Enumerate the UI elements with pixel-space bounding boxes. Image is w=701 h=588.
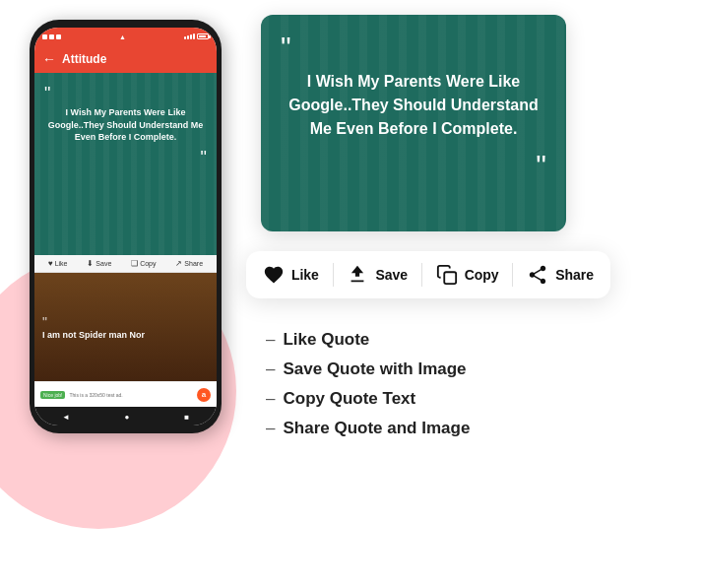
phone-copy-label: Copy — [140, 260, 156, 267]
ad-icon: a — [197, 388, 211, 402]
ad-label: Nice job! — [40, 391, 65, 399]
signal-icon — [184, 33, 195, 39]
svg-rect-0 — [444, 272, 456, 284]
phone-second-quote: " I am not Spider man Nor — [42, 314, 145, 340]
large-close-quote-icon: " — [261, 149, 566, 192]
feature-label-1: Like Quote — [283, 330, 369, 350]
phone-quote-card: " I Wish My Parents Were Like Google..Th… — [34, 73, 217, 255]
settings-dot — [42, 34, 47, 39]
save-icon — [347, 264, 368, 286]
phone-save-button[interactable]: ⬇ Save — [87, 259, 111, 268]
phone-share-icon: ↗ — [175, 259, 182, 268]
nav-back-button[interactable]: ◄ — [62, 413, 70, 422]
app-title: Attitude — [62, 52, 106, 66]
dash-2: – — [266, 359, 275, 379]
copy-icon — [436, 264, 458, 286]
divider-1 — [333, 263, 334, 287]
phone-quote-text: I Wish My Parents Were Like Google..They… — [44, 106, 207, 144]
nav-home-button[interactable]: ● — [125, 413, 130, 422]
share-button[interactable]: Share — [527, 264, 594, 286]
feature-label-4: Share Quote and Image — [283, 419, 470, 438]
phone-second-card: " I am not Spider man Nor — [34, 273, 217, 381]
phone-second-text: I am not Spider man Nor — [42, 330, 145, 340]
phone-like-label: Like — [55, 260, 68, 267]
dash-1: – — [266, 330, 275, 350]
battery-icon — [197, 33, 209, 39]
battery-fill — [199, 35, 206, 37]
phone-screen: ▲ ← Attitude " I Wish My Parents Were Li… — [34, 28, 217, 425]
save-label: Save — [375, 267, 408, 283]
app-toolbar: ← Attitude — [34, 45, 217, 73]
phone-copy-icon: ❑ — [131, 259, 138, 268]
phone-save-label: Save — [96, 260, 111, 267]
feature-list: – Like Quote – Save Quote with Image – C… — [266, 330, 470, 448]
large-quote-text: I Wish My Parents Were Like Google..They… — [261, 62, 566, 149]
phone-ad-bar: Nice job! This is a 320x50 test ad. a — [34, 381, 217, 407]
status-right-icons — [184, 33, 209, 39]
feature-label-3: Copy Quote Text — [283, 389, 415, 409]
phone-like-button[interactable]: ♥ Like — [48, 259, 68, 268]
ad-text: This is a 320x50 test ad. — [69, 392, 193, 398]
signal-dot — [56, 34, 61, 39]
back-button[interactable]: ← — [42, 51, 56, 67]
dash-4: – — [266, 419, 275, 438]
phone-mockup: ▲ ← Attitude " I Wish My Parents Were Li… — [30, 20, 222, 433]
phone-like-icon: ♥ — [48, 259, 53, 268]
share-label: Share — [555, 267, 594, 283]
phone-second-open-icon: " — [42, 314, 145, 330]
nav-recent-button[interactable]: ■ — [184, 413, 189, 422]
wifi-dot — [49, 34, 54, 39]
save-button[interactable]: Save — [347, 264, 408, 286]
feature-label-2: Save Quote with Image — [283, 359, 466, 379]
copy-label: Copy — [465, 267, 499, 283]
phone-share-button[interactable]: ↗ Share — [175, 259, 203, 268]
large-open-quote-icon: " — [261, 15, 566, 62]
dash-3: – — [266, 389, 275, 409]
copy-button[interactable]: Copy — [436, 264, 499, 286]
phone-save-icon: ⬇ — [87, 259, 94, 268]
divider-2 — [421, 263, 422, 287]
like-label: Like — [291, 267, 319, 283]
phone-open-quote-icon: " — [44, 85, 207, 102]
divider-3 — [512, 263, 513, 287]
phone-copy-button[interactable]: ❑ Copy — [131, 259, 156, 268]
feature-item-1: – Like Quote — [266, 330, 470, 350]
like-icon — [263, 264, 285, 286]
status-left-icons — [42, 34, 61, 39]
share-icon — [527, 264, 548, 286]
phone-close-quote-icon: " — [44, 148, 207, 168]
like-button[interactable]: Like — [263, 264, 319, 286]
phone-action-bar: ♥ Like ⬇ Save ❑ Copy ↗ Share — [34, 255, 217, 273]
phone-nav-bar: ◄ ● ■ — [34, 407, 217, 425]
large-quote-card: " I Wish My Parents Were Like Google..Th… — [261, 15, 566, 231]
time-label: ▲ — [119, 33, 126, 40]
action-panel: Like Save Copy Share — [246, 251, 610, 298]
feature-item-2: – Save Quote with Image — [266, 359, 470, 379]
status-bar: ▲ — [34, 28, 217, 45]
phone-share-label: Share — [184, 260, 203, 267]
feature-item-4: – Share Quote and Image — [266, 419, 470, 438]
feature-item-3: – Copy Quote Text — [266, 389, 470, 409]
